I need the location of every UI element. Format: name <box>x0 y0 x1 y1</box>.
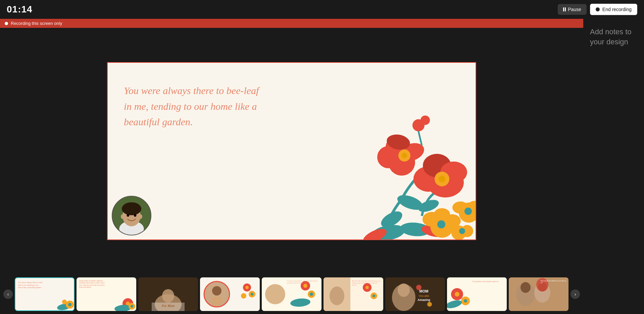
svg-point-96 <box>464 299 467 303</box>
recording-banner-text: Recording this screen only <box>11 21 62 26</box>
svg-point-72 <box>303 284 307 288</box>
svg-point-56 <box>162 289 174 303</box>
svg-point-42 <box>121 214 124 219</box>
svg-point-81 <box>365 286 369 289</box>
svg-point-53 <box>131 305 133 308</box>
right-panel: Add notes to your design <box>583 19 644 314</box>
svg-text:YOU ARE: YOU ARE <box>418 295 429 297</box>
thumb3-label: For Mom <box>162 304 175 308</box>
slide-frame: You were always there to bee-leaf in me,… <box>107 62 476 240</box>
svg-point-41 <box>134 214 137 217</box>
pause-button[interactable]: Pause <box>558 4 587 15</box>
svg-point-91 <box>427 302 432 307</box>
filmstrip-thumb-4[interactable] <box>200 277 260 311</box>
slide-quote: You were always there to bee-leaf in me,… <box>124 83 265 130</box>
left-panel: Recording this screen only You were alwa… <box>0 19 583 314</box>
thumb8-text: Your goodness and strength inspire me. <box>472 281 502 283</box>
record-dot-icon <box>596 7 600 11</box>
svg-point-43 <box>139 214 142 219</box>
recording-banner: Recording this screen only <box>0 19 583 28</box>
svg-point-86 <box>398 283 410 297</box>
top-bar: 01:14 Pause End recording <box>0 0 644 19</box>
thumb9-text: Who would I be without you to look up to… <box>541 280 567 284</box>
filmstrip-thumb-8[interactable]: Your goodness and strength inspire me. <box>447 277 507 311</box>
svg-point-66 <box>251 293 253 296</box>
webcam-face <box>112 196 151 235</box>
canvas-area: You were always there to bee-leaf in me,… <box>0 28 583 274</box>
svg-point-10 <box>402 153 407 158</box>
svg-point-94 <box>455 292 459 297</box>
filmstrip-thumb-3[interactable]: For Mom <box>138 277 198 311</box>
svg-point-62 <box>211 296 223 306</box>
svg-point-40 <box>127 214 130 217</box>
svg-point-70 <box>265 284 285 304</box>
filmstrip-next-button[interactable]: › <box>571 289 580 299</box>
svg-point-78 <box>330 286 344 305</box>
main-area: Recording this screen only You were alwa… <box>0 19 644 314</box>
svg-point-31 <box>464 208 472 215</box>
chevron-right-icon: › <box>575 291 576 297</box>
pause-icon <box>563 7 566 11</box>
svg-point-39 <box>122 202 141 215</box>
svg-point-18 <box>439 176 445 182</box>
slide-content: You were always there to bee-leaf in me,… <box>108 63 476 239</box>
svg-point-90 <box>416 285 422 290</box>
svg-text:Amazing: Amazing <box>417 298 430 302</box>
flowers-decoration <box>321 98 476 239</box>
notes-title: Add notes to your design <box>590 27 637 47</box>
filmstrip-thumb-1[interactable]: You were always there to bee-leaf in me,… <box>15 277 75 311</box>
end-recording-label: End recording <box>602 7 632 12</box>
thumb6-text: And when life sometimes felt a bit thorn… <box>352 280 381 286</box>
top-bar-controls: Pause End recording <box>558 4 637 15</box>
filmstrip-thumb-5[interactable]: I'm lucky to have both a mother and a be… <box>262 277 321 311</box>
filmstrip-thumb-6[interactable]: And when life sometimes felt a bit thorn… <box>324 277 383 311</box>
thumb1-text: You were always there to bee-leaf in me,… <box>18 281 43 289</box>
svg-point-67 <box>241 293 246 299</box>
svg-point-12 <box>420 116 430 125</box>
svg-point-48 <box>68 303 71 306</box>
svg-text:MOM: MOM <box>419 289 429 293</box>
filmstrip-thumb-9[interactable]: Who would I be without you to look up to… <box>509 277 568 311</box>
svg-point-27 <box>437 220 445 228</box>
thumb5-text: I'm lucky to have both a mother and a be… <box>287 280 318 284</box>
filmstrip: ‹ You were always there to bee-leaf in m… <box>0 274 583 314</box>
filmstrip-prev-button[interactable]: ‹ <box>3 289 13 299</box>
filmstrip-thumb-7[interactable]: MOM YOU ARE Amazing <box>385 277 445 311</box>
svg-point-83 <box>373 295 375 297</box>
thumb2-text: tearing petals of laughter, gathering mo… <box>79 280 106 288</box>
svg-point-64 <box>245 286 249 289</box>
webcam-preview <box>112 196 151 235</box>
end-recording-button[interactable]: End recording <box>590 4 637 15</box>
recording-indicator-icon <box>5 22 8 25</box>
pause-label: Pause <box>568 7 581 12</box>
recording-timer: 01:14 <box>7 4 33 15</box>
svg-point-61 <box>212 286 221 296</box>
chevron-left-icon: ‹ <box>7 291 9 297</box>
svg-point-34 <box>459 228 465 234</box>
filmstrip-thumb-2[interactable]: tearing petals of laughter, gathering mo… <box>77 277 136 311</box>
svg-point-26 <box>434 208 450 220</box>
svg-point-74 <box>310 293 313 296</box>
